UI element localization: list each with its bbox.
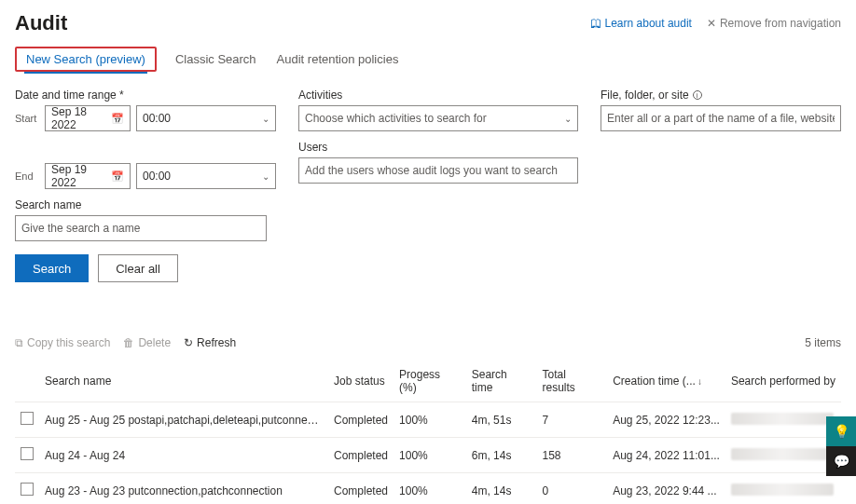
cell-performed-by xyxy=(725,402,841,438)
table-row[interactable]: Aug 23 - Aug 23 putconnection,patchconne… xyxy=(15,473,841,505)
item-count: 5 items xyxy=(805,336,841,349)
activities-select[interactable]: Choose which activities to search for ⌄ xyxy=(298,105,578,131)
table-row[interactable]: Aug 24 - Aug 24Completed100%6m, 14s158Au… xyxy=(15,438,841,473)
chat-button[interactable]: 💬 xyxy=(826,446,856,476)
chevron-down-icon: ⌄ xyxy=(262,171,269,182)
cell-total-results: 7 xyxy=(537,402,608,438)
clear-all-button[interactable]: Clear all xyxy=(98,254,178,282)
cell-progress: 100% xyxy=(393,438,466,473)
col-job-status[interactable]: Job status xyxy=(328,361,393,402)
col-search-name[interactable]: Search name xyxy=(39,361,328,402)
search-button[interactable]: Search xyxy=(15,254,89,282)
sort-down-icon: ↓ xyxy=(697,376,702,387)
cell-search-time: 4m, 51s xyxy=(466,402,537,438)
start-time-select[interactable]: 00:00 ⌄ xyxy=(136,105,276,131)
col-creation-time[interactable]: Creation time (...↓ xyxy=(607,361,725,402)
feedback-button[interactable]: 💡 xyxy=(826,416,856,446)
date-range-label: Date and time range * xyxy=(15,89,276,102)
search-name-input[interactable] xyxy=(15,215,267,241)
chat-icon: 💬 xyxy=(834,454,849,469)
highlight-box: New Search (preview) xyxy=(15,47,157,72)
activities-label: Activities xyxy=(298,89,578,102)
cell-progress: 100% xyxy=(393,473,466,505)
row-checkbox[interactable] xyxy=(21,412,34,425)
search-name-label: Search name xyxy=(15,198,276,211)
copy-search-button[interactable]: ⧉ Copy this search xyxy=(15,336,110,349)
end-time-select[interactable]: 00:00 ⌄ xyxy=(136,163,276,189)
refresh-icon: ↻ xyxy=(184,336,193,349)
tab-bar: New Search (preview) Classic Search Audi… xyxy=(15,47,841,72)
cell-search-name: Aug 24 - Aug 24 xyxy=(39,438,328,473)
row-checkbox[interactable] xyxy=(21,483,34,496)
row-checkbox[interactable] xyxy=(21,447,34,460)
tab-retention-policies[interactable]: Audit retention policies xyxy=(275,47,401,72)
col-search-time[interactable]: Search time xyxy=(466,361,537,402)
delete-icon: 🗑 xyxy=(123,336,134,349)
col-performed-by[interactable]: Search performed by xyxy=(725,361,841,402)
delete-button[interactable]: 🗑 Delete xyxy=(123,336,171,349)
cell-total-results: 0 xyxy=(537,473,608,505)
cell-search-time: 6m, 14s xyxy=(466,438,537,473)
col-total-results[interactable]: Total results xyxy=(537,361,608,402)
cell-job-status: Completed xyxy=(328,438,393,473)
cell-performed-by xyxy=(725,473,841,505)
chevron-down-icon: ⌄ xyxy=(564,114,572,124)
learn-about-audit-link[interactable]: 🕮 Learn about audit xyxy=(590,17,692,30)
start-date-input[interactable]: Sep 18 2022 📅 xyxy=(45,105,131,131)
end-label: End xyxy=(15,170,39,182)
search-results-table: Search name Job status Progess (%) Searc… xyxy=(15,361,841,504)
cell-total-results: 158 xyxy=(537,438,608,473)
remove-from-nav-link[interactable]: ✕ Remove from navigation xyxy=(707,17,841,30)
cell-progress: 100% xyxy=(393,402,466,438)
file-input[interactable] xyxy=(601,105,841,131)
chevron-down-icon: ⌄ xyxy=(262,114,269,124)
page-title: Audit xyxy=(15,11,67,35)
calendar-icon: 📅 xyxy=(111,170,124,183)
end-date-input[interactable]: Sep 19 2022 📅 xyxy=(45,163,131,189)
lightbulb-icon: 💡 xyxy=(834,424,849,439)
cell-search-name: Aug 25 - Aug 25 postapi,patchapi,deletea… xyxy=(39,402,328,438)
users-input[interactable] xyxy=(298,157,578,184)
start-label: Start xyxy=(15,113,39,124)
cell-creation-time: Aug 23, 2022 9:44 ... xyxy=(607,473,725,505)
file-label: File, folder, or site i xyxy=(601,89,841,102)
cell-job-status: Completed xyxy=(328,402,393,438)
copy-icon: ⧉ xyxy=(15,336,23,349)
table-row[interactable]: Aug 25 - Aug 25 postapi,patchapi,deletea… xyxy=(15,402,841,438)
cell-performed-by xyxy=(725,438,841,473)
col-progress[interactable]: Progess (%) xyxy=(393,361,466,402)
tab-classic-search[interactable]: Classic Search xyxy=(173,47,258,72)
cell-search-name: Aug 23 - Aug 23 putconnection,patchconne… xyxy=(39,473,328,505)
calendar-icon: 📅 xyxy=(111,113,124,125)
unpin-icon: ✕ xyxy=(707,17,716,30)
cell-creation-time: Aug 24, 2022 11:01... xyxy=(607,438,725,473)
refresh-button[interactable]: ↻ Refresh xyxy=(184,336,236,349)
tab-new-search[interactable]: New Search (preview) xyxy=(24,47,147,72)
book-icon: 🕮 xyxy=(590,17,601,30)
cell-job-status: Completed xyxy=(328,473,393,505)
users-label: Users xyxy=(298,141,578,154)
cell-creation-time: Aug 25, 2022 12:23... xyxy=(607,402,725,438)
cell-search-time: 4m, 14s xyxy=(466,473,537,505)
info-icon[interactable]: i xyxy=(693,90,702,100)
